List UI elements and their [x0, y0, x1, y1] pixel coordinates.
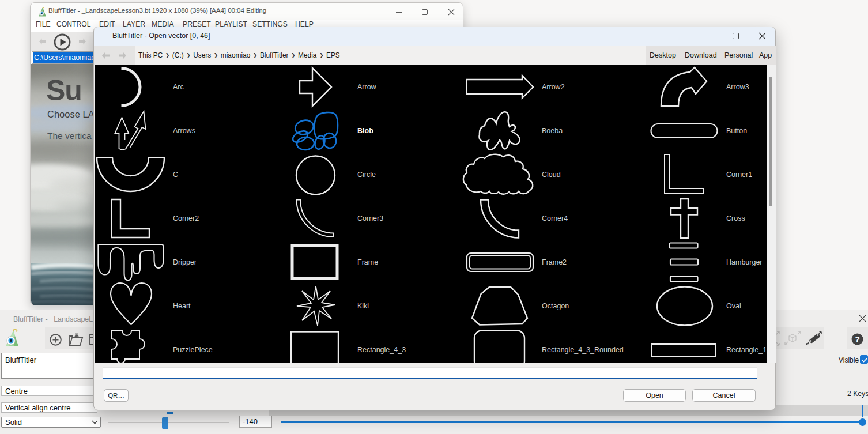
svg-text:Blob: Blob: [357, 127, 373, 135]
svg-text:?: ?: [855, 335, 860, 344]
svg-text:Heart: Heart: [173, 302, 191, 310]
svg-text:Hamburger: Hamburger: [726, 258, 763, 266]
svg-text:Button: Button: [726, 127, 747, 135]
svg-text:C: C: [173, 171, 178, 179]
svg-text:Arrows: Arrows: [173, 127, 195, 135]
svg-text:Boeba: Boeba: [542, 127, 563, 135]
svg-text:Rectangle_16_9: Rectangle_16_9: [726, 346, 767, 354]
svg-text:The vertica: The vertica: [47, 131, 92, 141]
svg-text:Frame: Frame: [357, 258, 378, 266]
svg-text:Circle: Circle: [357, 171, 376, 179]
svg-text:Octagon: Octagon: [542, 302, 569, 310]
svg-text:Choose LA: Choose LA: [47, 109, 95, 119]
svg-text:Corner4: Corner4: [542, 214, 568, 222]
svg-text:Arc: Arc: [173, 83, 184, 91]
svg-text:Su: Su: [46, 74, 82, 107]
svg-text:Oval: Oval: [726, 302, 741, 310]
svg-text:Corner3: Corner3: [357, 214, 383, 222]
svg-text:Arrow2: Arrow2: [542, 83, 565, 91]
svg-text:Cloud: Cloud: [542, 171, 561, 179]
svg-text:Cross: Cross: [726, 214, 745, 222]
svg-text:Corner1: Corner1: [726, 171, 752, 179]
svg-text:Rectangle_4_3: Rectangle_4_3: [357, 346, 406, 354]
svg-text:Frame2: Frame2: [542, 258, 567, 266]
svg-text:Rectangle_4_3_Rounded: Rectangle_4_3_Rounded: [542, 346, 624, 354]
svg-text:Arrow3: Arrow3: [726, 83, 749, 91]
svg-text:Corner2: Corner2: [173, 214, 199, 222]
svg-text:Kiki: Kiki: [357, 302, 369, 310]
svg-text:Arrow: Arrow: [357, 83, 377, 91]
svg-text:PuzzlePiece: PuzzlePiece: [173, 346, 213, 354]
svg-text:Dripper: Dripper: [173, 258, 197, 266]
